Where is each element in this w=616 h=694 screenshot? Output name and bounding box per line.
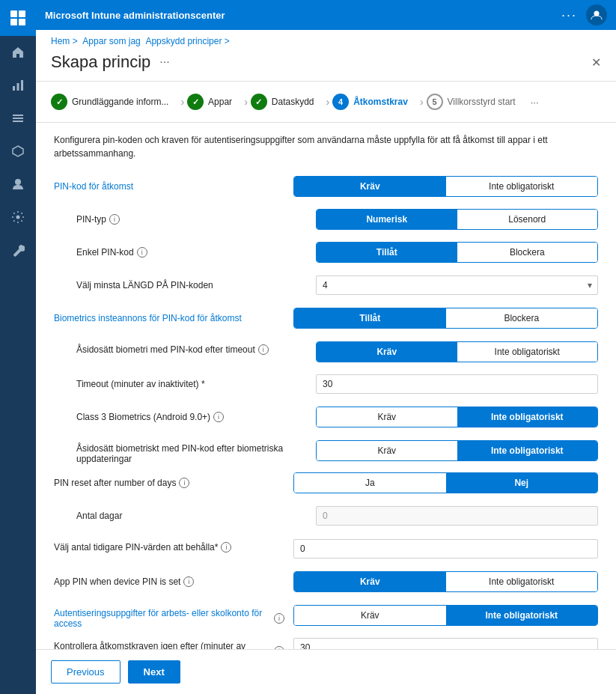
toggle-app-pin-krav[interactable]: Kräv xyxy=(294,572,446,591)
toggle-class3-inte[interactable]: Inte obligatoriskt xyxy=(457,407,598,427)
step-2-circle: ✓ xyxy=(187,94,204,110)
toggle-override-updates-inte[interactable]: Inte obligatoriskt xyxy=(457,441,598,460)
label-timeout: Timeout (minuter av inaktivitet) * xyxy=(76,379,316,389)
row-pin-reset: PIN reset after number of days i Ja Nej xyxy=(54,469,598,497)
row-override-biometric-updates: Åsidosätt biometriskt med PIN-kod efter … xyxy=(54,436,598,464)
sidebar-icon-list[interactable] xyxy=(0,102,36,135)
step-separator-3: › xyxy=(326,96,330,108)
label-antal-dagar: Antal dagar xyxy=(76,511,316,521)
step-4-label: Åtkomstkrav xyxy=(353,97,408,107)
previous-button[interactable]: Previous xyxy=(51,660,121,684)
toggle-numerisk[interactable]: Numerisk xyxy=(317,210,457,229)
step-1-circle: ✓ xyxy=(51,94,67,110)
info-previous-pins[interactable]: i xyxy=(221,542,231,553)
control-previous-pins xyxy=(293,539,598,558)
toggle-override-inte[interactable]: Inte obligatoriskt xyxy=(457,342,598,362)
info-class3-biometrics[interactable]: i xyxy=(213,412,224,422)
toggle-pin-reset-nej[interactable]: Nej xyxy=(446,473,598,493)
toggle-pin-reset: Ja Nej xyxy=(293,472,598,493)
info-app-pin-device-pin[interactable]: i xyxy=(183,576,194,587)
toggle-biometrics-blockera[interactable]: Blockera xyxy=(446,308,598,328)
sidebar-icon-chart[interactable] xyxy=(0,69,36,102)
page-close-icon[interactable]: ✕ xyxy=(591,55,601,70)
toggle-tillat[interactable]: Tillåt xyxy=(317,243,457,262)
label-auth-credentials: Autentiseringsuppgifter för arbets- elle… xyxy=(54,605,293,629)
svg-point-12 xyxy=(16,216,20,219)
breadcrumb-policies[interactable]: Appskydd principer > xyxy=(144,36,230,46)
steps-more-icon[interactable]: ··· xyxy=(531,97,539,108)
control-override-biometric-updates: Kräv Inte obligatoriskt xyxy=(316,440,598,461)
topbar-avatar[interactable] xyxy=(586,4,607,25)
toggle-auth-krav[interactable]: Kräv xyxy=(294,606,446,625)
info-override-biometrics[interactable]: i xyxy=(258,344,269,355)
page-options-icon[interactable]: ··· xyxy=(159,55,169,69)
label-previous-pins: Välj antal tidigare PIN-värden att behål… xyxy=(54,539,293,553)
control-simple-pin: Tillåt Blockera xyxy=(316,242,598,263)
next-button[interactable]: Next xyxy=(128,660,180,684)
input-timeout[interactable] xyxy=(316,374,598,394)
label-class3-biometrics: Class 3 Biometrics (Android 9.0+) i xyxy=(76,412,316,422)
label-simple-pin: Enkel PIN-kod i xyxy=(76,247,316,258)
step-4-circle: 4 xyxy=(332,94,349,110)
toggle-simple-pin: Tillåt Blockera xyxy=(316,242,598,263)
toggle-app-pin-device-pin: Kräv Inte obligatoriskt xyxy=(293,571,598,592)
toggle-auth-credentials: Kräv Inte obligatoriskt xyxy=(293,605,598,626)
input-previous-pins[interactable] xyxy=(293,539,598,558)
step-3[interactable]: ✓ Dataskydd xyxy=(251,91,323,113)
toggle-override-updates-krav[interactable]: Kräv xyxy=(317,441,457,460)
toggle-app-pin-inte[interactable]: Inte obligatoriskt xyxy=(446,572,598,591)
step-4[interactable]: 4 Åtkomstkrav xyxy=(332,91,417,113)
info-pin-type[interactable]: i xyxy=(109,214,120,225)
toggle-pin-krav[interactable]: Kräv xyxy=(294,177,446,196)
toggle-pin-inte[interactable]: Inte obligatoriskt xyxy=(446,177,598,196)
select-pin-length[interactable]: 4 6 8 xyxy=(316,276,598,295)
step-1[interactable]: ✓ Grundläggande inform... xyxy=(51,91,177,113)
control-recheck-access xyxy=(293,638,598,649)
step-2[interactable]: ✓ Appar xyxy=(187,91,241,113)
svg-rect-9 xyxy=(13,121,23,122)
label-recheck-access: Kontrollera åtkomstkraven igen efter (mi… xyxy=(54,638,293,649)
step-separator-4: › xyxy=(420,96,424,108)
control-override-biometrics: Kräv Inte obligatoriskt xyxy=(316,341,598,362)
toggle-override-biometrics: Kräv Inte obligatoriskt xyxy=(316,341,598,362)
info-pin-reset[interactable]: i xyxy=(179,478,189,488)
input-recheck-access[interactable] xyxy=(293,638,598,649)
svg-rect-1 xyxy=(19,10,25,17)
toggle-pin-reset-ja[interactable]: Ja xyxy=(294,473,446,493)
sidebar-icon-wrench[interactable] xyxy=(0,234,36,267)
sidebar-icon-hexagon[interactable] xyxy=(0,135,36,168)
step-1-label: Grundläggande inform... xyxy=(72,97,168,107)
control-class3-biometrics: Kräv Inte obligatoriskt xyxy=(316,407,598,427)
row-auth-credentials: Autentiseringsuppgifter för arbets- elle… xyxy=(54,600,598,629)
topbar-more-icon[interactable]: ··· xyxy=(561,7,577,23)
content-panel: Hem > Appar som jag Appskydd principer >… xyxy=(36,30,616,694)
info-auth-credentials[interactable]: i xyxy=(274,613,284,624)
breadcrumb-home[interactable]: Hem > xyxy=(51,36,78,46)
svg-point-13 xyxy=(594,11,600,16)
form-description: Konfigurera pin-koden och kraven för aut… xyxy=(54,133,598,160)
sidebar-icon-user[interactable] xyxy=(0,168,36,201)
step-2-label: Appar xyxy=(208,97,232,107)
toggle-override-biometric-updates: Kräv Inte obligatoriskt xyxy=(316,440,598,461)
toggle-biometrics-tillat[interactable]: Tillåt xyxy=(294,308,446,328)
label-pin-for-access: PIN-kod för åtkomst xyxy=(54,181,293,192)
svg-rect-0 xyxy=(10,10,17,17)
toggle-auth-inte[interactable]: Inte obligatoriskt xyxy=(446,606,598,625)
info-simple-pin[interactable]: i xyxy=(137,247,147,258)
breadcrumb-apps[interactable]: Appar som jag xyxy=(81,36,141,46)
toggle-biometrics: Tillåt Blockera xyxy=(293,308,598,329)
topbar-title: Microsoft Intune administrationscenter xyxy=(45,10,225,21)
step-5-label: Villkorsstyrd start xyxy=(448,97,516,107)
toggle-blockera[interactable]: Blockera xyxy=(457,243,598,262)
toggle-override-krav[interactable]: Kräv xyxy=(317,342,457,362)
sidebar-icon-gear[interactable] xyxy=(0,201,36,234)
sidebar-icon-home[interactable] xyxy=(0,36,36,69)
row-class3-biometrics: Class 3 Biometrics (Android 9.0+) i Kräv… xyxy=(54,403,598,431)
step-5[interactable]: 5 Villkorsstyrd start xyxy=(427,91,525,113)
input-antal-dagar[interactable] xyxy=(316,506,598,526)
control-antal-dagar xyxy=(316,506,598,526)
toggle-losenord[interactable]: Lösenord xyxy=(457,210,598,229)
control-timeout xyxy=(316,374,598,394)
toggle-class3-krav[interactable]: Kräv xyxy=(317,407,457,427)
label-biometrics: Biometrics insteannons för PIN-kod för å… xyxy=(54,313,293,323)
